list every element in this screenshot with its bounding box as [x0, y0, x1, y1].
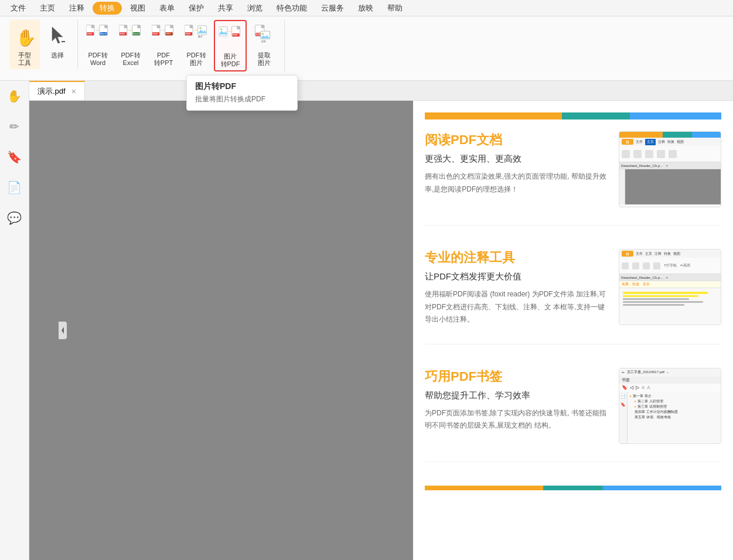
- top-color-bar: [425, 112, 721, 119]
- svg-marker-4: [91, 25, 94, 28]
- bottom-color-bar: [425, 486, 721, 490]
- feature-bookmark: 巧用PDF书签 帮助您提升工作、学习效率 为PDF页面添加书签,除了实现内容的快…: [425, 368, 721, 462]
- feature-annotate-desc: 使用福昕PDF阅读器 (foxit reader) 为PDF文件添 加注释,可对…: [425, 288, 607, 326]
- feature-read-screenshot: G 文件 主页 注释 转换 视图 Datasheet_Reader_Ch.p: [619, 131, 721, 207]
- feature-read-title: 阅读PDF文档: [425, 131, 607, 149]
- hand-icon: ✋: [13, 22, 36, 50]
- menu-share[interactable]: 共享: [212, 2, 239, 15]
- convert-group: PDF → Word PDF转Word PDF: [78, 20, 285, 71]
- tab-close-button[interactable]: ×: [71, 87, 76, 96]
- select-icon: [46, 22, 69, 50]
- feature-read-pdf: 阅读PDF文档 更强大、更实用、更高效 拥有出色的文档渲染效果,强大的页面管理功…: [425, 131, 721, 226]
- menu-browse[interactable]: 浏览: [241, 2, 268, 15]
- bar-orange: [619, 132, 663, 138]
- feature-bookmark-screenshot: ✏ 员工手册_20120917.pdf × 书签 🔖 ◁ ▷ A A 📄: [619, 368, 721, 444]
- svg-text:→: →: [193, 28, 198, 33]
- hand-tool-label: 手型工具: [18, 52, 31, 67]
- tooltip-popup: 图片转PDF 批量将图片转换成PDF: [186, 75, 298, 111]
- svg-marker-13: [124, 25, 127, 28]
- feature-annotate: 专业的注释工具 让PDF文档发挥更大价值 使用福昕PDF阅读器 (foxit r…: [425, 249, 721, 344]
- tooltip-title: 图片转PDF: [195, 81, 289, 92]
- menu-convert[interactable]: 转换: [93, 2, 122, 15]
- select-tool-label: 选择: [51, 52, 64, 59]
- menu-bar: 文件 主页 注释 转换 视图 表单 保护 共享 浏览 特色功能 云服务 放映 帮…: [0, 0, 733, 16]
- sidebar-comment-icon[interactable]: 💬: [5, 209, 24, 227]
- svg-text:图片: 图片: [198, 35, 203, 38]
- pdf-to-excel-icon: PDF → Excel: [119, 22, 142, 50]
- collapse-button[interactable]: [59, 322, 67, 339]
- menu-protect[interactable]: 保护: [183, 2, 210, 15]
- toolbar: ✋ 手型工具 选择: [0, 16, 733, 81]
- svg-text:→: →: [95, 28, 100, 33]
- feature-annotate-text: 专业的注释工具 让PDF文档发挥更大价值 使用福昕PDF阅读器 (foxit r…: [425, 249, 607, 326]
- hand-select-group: ✋ 手型工具 选择: [5, 20, 78, 69]
- right-panel: 阅读PDF文档 更强大、更实用、更高效 拥有出色的文档渲染效果,强大的页面管理功…: [413, 101, 733, 560]
- pdf-to-word-label: PDF转Word: [88, 52, 108, 67]
- svg-marker-48: [261, 25, 264, 28]
- extract-image-label: 提取图片: [258, 52, 271, 67]
- menu-cloud[interactable]: 云服务: [315, 2, 350, 15]
- svg-text:PDF: PDF: [153, 32, 158, 35]
- svg-text:PPT: PPT: [166, 32, 171, 35]
- svg-marker-55: [62, 327, 64, 334]
- hand-tool-button[interactable]: ✋ 手型工具: [9, 20, 40, 69]
- extract-image-icon: PDF 提取: [253, 22, 276, 50]
- image-to-pdf-button[interactable]: → PDF 图片转PDF: [214, 20, 247, 71]
- menu-annotate[interactable]: 注释: [63, 2, 90, 15]
- feature-annotate-screenshot: G 文件 主页 注释 转换 视图 T打字机 ✏高亮 Dat: [619, 249, 721, 325]
- sidebar-hand-icon[interactable]: ✋: [5, 87, 24, 105]
- svg-text:PDF: PDF: [186, 32, 191, 35]
- svg-point-40: [220, 28, 222, 30]
- feature-read-subtitle: 更强大、更实用、更高效: [425, 153, 607, 165]
- document-panel: [29, 101, 413, 560]
- svg-text:→: →: [161, 28, 165, 33]
- svg-rect-2: [62, 41, 65, 42]
- feature-read-desc: 拥有出色的文档渲染效果,强大的页面管理功能, 帮助提升效率,是您阅读PDF的理想…: [425, 170, 607, 196]
- active-tab[interactable]: 演示.pdf ×: [29, 81, 85, 100]
- feature-bookmark-text: 巧用PDF书签 帮助您提升工作、学习效率 为PDF页面添加书签,除了实现内容的快…: [425, 368, 607, 432]
- svg-text:PDF: PDF: [233, 33, 238, 36]
- pdf-to-excel-button[interactable]: PDF → Excel PDF转Excel: [115, 20, 146, 69]
- feature-bookmark-title: 巧用PDF书签: [425, 368, 607, 385]
- svg-marker-9: [104, 25, 107, 28]
- menu-form[interactable]: 表单: [154, 2, 180, 15]
- menu-playback[interactable]: 放映: [352, 2, 379, 15]
- pdf-to-ppt-icon: PDF → PPT: [152, 22, 175, 50]
- extract-image-button[interactable]: PDF 提取 提取图片: [249, 20, 279, 69]
- svg-point-52: [262, 33, 264, 35]
- svg-marker-18: [137, 25, 140, 28]
- svg-marker-44: [237, 26, 240, 29]
- image-to-pdf-label: 图片转PDF: [221, 53, 240, 68]
- tooltip-description: 批量将图片转换成PDF: [195, 94, 289, 104]
- menu-view[interactable]: 视图: [124, 2, 151, 15]
- pdf-to-image-icon: PDF → 图片: [185, 22, 208, 50]
- menu-special[interactable]: 特色功能: [271, 2, 313, 15]
- svg-text:PDF: PDF: [120, 32, 125, 35]
- sidebar-page-icon[interactable]: 📄: [5, 178, 24, 197]
- screenshot-topbar: [619, 132, 721, 138]
- feature-bookmark-desc: 为PDF页面添加书签,除了实现内容的快速导航, 书签还能指明不同书签的层级关系,…: [425, 407, 607, 432]
- bar-teal: [663, 132, 691, 138]
- sidebar-bookmark-icon[interactable]: 🔖: [5, 148, 24, 166]
- tab-filename: 演示.pdf: [37, 86, 66, 97]
- pdf-to-image-button[interactable]: PDF → 图片 PDF转图片: [181, 20, 212, 69]
- svg-text:Excel: Excel: [133, 32, 139, 35]
- menu-help[interactable]: 帮助: [381, 2, 408, 15]
- select-tool-button[interactable]: 选择: [42, 20, 73, 67]
- pdf-to-word-button[interactable]: PDF → Word PDF转Word: [83, 20, 113, 69]
- svg-rect-39: [219, 27, 227, 36]
- feature-annotate-subtitle: 让PDF文档发挥更大价值: [425, 271, 607, 282]
- svg-marker-31: [190, 25, 193, 28]
- svg-text:→: →: [227, 29, 232, 34]
- pdf-to-word-icon: PDF → Word: [86, 22, 110, 50]
- feature-annotate-title: 专业的注释工具: [425, 249, 607, 267]
- svg-rect-35: [198, 26, 207, 35]
- pdf-to-ppt-button[interactable]: PDF → PPT PDF转PPT: [148, 20, 179, 69]
- bar-blue: [692, 132, 721, 138]
- menu-home[interactable]: 主页: [34, 2, 61, 15]
- svg-text:→: →: [128, 28, 132, 33]
- svg-text:Word: Word: [100, 32, 107, 35]
- feature-read-text: 阅读PDF文档 更强大、更实用、更高效 拥有出色的文档渲染效果,强大的页面管理功…: [425, 131, 607, 196]
- menu-file[interactable]: 文件: [5, 2, 32, 15]
- sidebar-edit-icon[interactable]: ✏: [7, 117, 22, 136]
